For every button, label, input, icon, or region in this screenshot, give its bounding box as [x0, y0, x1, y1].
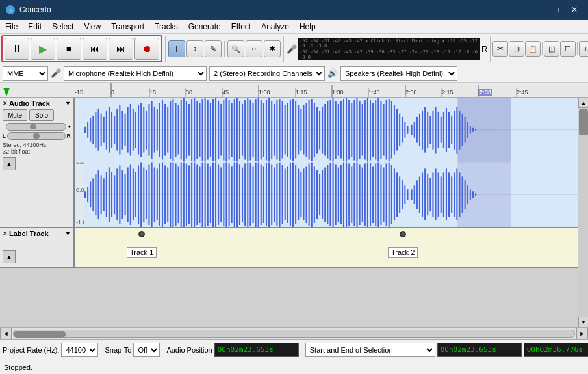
svg-rect-213 — [205, 163, 206, 228]
pause-button[interactable]: ⏸ — [5, 38, 29, 60]
close-button[interactable]: ✕ — [566, 3, 583, 16]
menu-select[interactable]: Select — [47, 21, 79, 33]
channels-select[interactable]: 2 (Stereo) Recording Channels — [209, 66, 325, 81]
multi-tool-button[interactable]: ✱ — [264, 40, 281, 57]
svg-rect-279 — [380, 164, 381, 225]
vertical-scrollbar[interactable]: ▲ ▼ — [578, 98, 588, 327]
time-shift-tool-button[interactable]: ↔ — [246, 40, 262, 57]
project-rate-select[interactable]: 44100 — [61, 343, 98, 357]
minimize-button[interactable]: ─ — [530, 3, 546, 16]
svg-rect-62 — [199, 103, 200, 157]
vscroll-thumb[interactable] — [579, 109, 588, 135]
snap-to-select[interactable]: Off — [133, 343, 160, 357]
trim-button[interactable]: ◫ — [544, 41, 559, 57]
draw-tool-button[interactable]: ✎ — [205, 40, 222, 57]
menu-transport[interactable]: Transport — [106, 21, 149, 33]
svg-rect-244 — [287, 166, 288, 223]
tracks-main: ✕ Audio Track ▼ Mute Solo - + — [0, 98, 578, 327]
svg-rect-263 — [338, 167, 339, 222]
svg-rect-91 — [276, 100, 277, 160]
label-track-2[interactable]: Track 2 — [388, 231, 418, 258]
transport-controls: ⏸ ▶ ■ ⏮ ⏭ ⏺ — [1, 35, 162, 62]
svg-rect-175 — [103, 178, 105, 211]
select-tool-button[interactable]: I — [168, 40, 185, 57]
titlebar: ♪ Concerto ─ □ ✕ — [0, 0, 588, 20]
vscroll-down-button[interactable]: ▼ — [578, 317, 588, 327]
svg-rect-286 — [399, 176, 400, 213]
menu-tracks[interactable]: Tracks — [149, 21, 183, 33]
svg-rect-28 — [109, 107, 110, 153]
svg-rect-219 — [220, 167, 222, 222]
speaker-select[interactable]: Speakers (Realtek High Defini) — [340, 66, 457, 81]
svg-rect-128 — [375, 100, 376, 160]
audio-track-close[interactable]: ✕ — [3, 101, 8, 107]
label-track-close[interactable]: ✕ — [3, 231, 8, 237]
svg-rect-120 — [353, 100, 355, 161]
mic-icon: 🎤 — [287, 44, 297, 54]
svg-rect-284 — [394, 168, 395, 220]
silence-button[interactable]: ☐ — [560, 41, 576, 57]
menu-edit[interactable]: Edit — [23, 21, 47, 33]
paste-button[interactable]: 📋 — [525, 41, 541, 57]
label-track-menu[interactable]: ▼ — [65, 230, 71, 237]
svg-rect-57 — [186, 101, 187, 159]
svg-rect-19 — [84, 127, 86, 133]
cut-button[interactable]: ✂ — [492, 41, 508, 57]
hscroll-right-button[interactable]: ► — [576, 328, 588, 340]
gain-slider[interactable] — [6, 123, 66, 131]
solo-button[interactable]: Solo — [29, 109, 54, 121]
menu-view[interactable]: View — [79, 21, 106, 33]
audio-track-menu[interactable]: ▼ — [65, 100, 71, 107]
copy-button[interactable]: ⊞ — [509, 41, 524, 57]
svg-rect-232 — [255, 163, 257, 228]
audio-track-waveform[interactable]: 1.0 0.0 -1.0 0.0 -1.0 — [75, 98, 578, 227]
mute-button[interactable]: Mute — [3, 109, 27, 121]
undo-button[interactable]: ↩ — [579, 41, 588, 57]
svg-rect-53 — [175, 103, 176, 157]
menu-generate[interactable]: Generate — [183, 21, 226, 33]
hscroll-thumb[interactable] — [14, 331, 66, 338]
svg-rect-215 — [210, 166, 211, 223]
svg-rect-253 — [311, 163, 313, 228]
svg-rect-193 — [151, 163, 153, 228]
svg-rect-43 — [148, 104, 149, 156]
svg-rect-246 — [292, 163, 294, 228]
svg-rect-158 — [454, 111, 455, 150]
svg-rect-34 — [125, 114, 126, 146]
maximize-button[interactable]: □ — [548, 3, 565, 16]
svg-rect-254 — [314, 166, 315, 223]
svg-rect-228 — [244, 163, 246, 226]
svg-rect-97 — [292, 99, 294, 161]
svg-rect-267 — [348, 163, 350, 226]
pan-slider[interactable] — [7, 132, 65, 140]
selection-type-select[interactable]: Start and End of Selection — [305, 343, 435, 357]
record-button[interactable]: ⏺ — [134, 38, 159, 60]
svg-rect-74 — [231, 103, 233, 157]
play-button[interactable]: ▶ — [31, 38, 55, 60]
vscroll-up-button[interactable]: ▲ — [578, 98, 588, 108]
svg-rect-259 — [327, 165, 328, 224]
menu-help[interactable]: Help — [294, 21, 321, 33]
svg-rect-100 — [300, 109, 301, 151]
label-track-area[interactable]: Track 1 Track 2 — [75, 228, 578, 267]
label-track-1[interactable]: Track 1 — [127, 231, 157, 258]
menu-effect[interactable]: Effect — [226, 21, 256, 33]
label-track-collapse-button[interactable]: ▲ — [3, 250, 16, 263]
api-select[interactable]: MME — [3, 66, 48, 81]
svg-rect-85 — [261, 100, 262, 160]
microphone-select[interactable]: Microphone (Realtek High Defini) — [64, 66, 207, 81]
envelope-tool-button[interactable]: ↕ — [186, 40, 203, 57]
menu-analyze[interactable]: Analyze — [256, 21, 294, 33]
track-collapse-button[interactable]: ▲ — [3, 157, 16, 170]
svg-rect-80 — [247, 98, 248, 162]
zoom-in-button[interactable]: 🔍 — [227, 40, 244, 57]
svg-rect-122 — [359, 101, 361, 159]
skip-back-button[interactable]: ⏮ — [83, 38, 107, 60]
hscroll-left-button[interactable]: ◄ — [0, 328, 12, 340]
svg-rect-88 — [268, 98, 270, 162]
skip-fwd-button[interactable]: ⏭ — [109, 38, 133, 60]
svg-rect-186 — [133, 168, 134, 220]
menu-file[interactable]: File — [0, 21, 23, 33]
svg-rect-78 — [242, 104, 243, 156]
stop-button[interactable]: ■ — [57, 38, 81, 60]
